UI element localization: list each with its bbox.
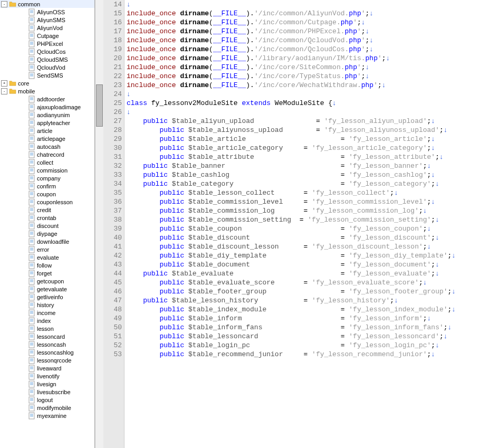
tree-file-QcloudSMS[interactable]: QcloudSMS [0, 55, 94, 63]
code-line[interactable]: include_once dirname(__FILE__).'/inc/com… [127, 18, 480, 27]
code-line[interactable]: include_once dirname(__FILE__).'/inc/com… [127, 45, 480, 54]
code-line[interactable]: public $table_footer_group = 'fy_lesson_… [127, 287, 480, 296]
code-line[interactable]: public $table_discount = 'fy_lesson_disc… [127, 233, 480, 242]
code-editor[interactable]: 1415161718192021222324252627282930313233… [103, 0, 480, 448]
expand-icon[interactable]: - [1, 1, 7, 7]
code-line[interactable]: public $table_lessoncard = 'fy_lesson_le… [127, 332, 480, 341]
tree-file-PHPExcel[interactable]: PHPExcel [0, 40, 94, 47]
code-line[interactable]: public $table_aliyun_upload = 'fy_lesson… [127, 117, 480, 126]
code-line[interactable]: include_once dirname(__FILE__).'/inc/cor… [127, 81, 480, 90]
tree-file-applyteacher[interactable]: applyteacher [0, 119, 94, 127]
tree-file-lessoncard[interactable]: lessoncard [0, 332, 94, 340]
tree-file-livesign[interactable]: livesign [0, 380, 94, 388]
code-line[interactable]: public $table_coupon = 'fy_lesson_coupon… [127, 224, 480, 233]
tree-file-lessoncashlog[interactable]: lessoncashlog [0, 348, 94, 356]
tree-file-livesubscribe[interactable]: livesubscribe [0, 388, 94, 396]
tree-file-discount[interactable]: discount [0, 222, 94, 230]
code-line[interactable]: ↓ [127, 108, 480, 117]
tree-file-aodianyunim[interactable]: aodianyunim [0, 111, 94, 119]
tree-file-history[interactable]: history [0, 301, 94, 309]
code-line[interactable]: public $table_article = 'fy_lesson_artic… [127, 135, 480, 144]
sidebar-scrollbar[interactable] [95, 0, 103, 448]
code-line[interactable]: public $table_lesson_history = 'fy_lesso… [127, 296, 480, 305]
tree-file-index[interactable]: index [0, 317, 94, 325]
code-line[interactable]: public $table_inform_fans = 'fy_lesson_i… [127, 323, 480, 332]
tree-file-evaluate[interactable]: evaluate [0, 253, 94, 261]
code-line[interactable]: public $table_banner = 'fy_lesson_banner… [127, 161, 480, 170]
tree-file-SendSMS[interactable]: SendSMS [0, 71, 94, 79]
tree-file-QcloudVod[interactable]: QcloudVod [0, 63, 94, 71]
tree-file-AliyunOSS[interactable]: AliyunOSS [0, 8, 94, 16]
code-line[interactable]: public $table_article_category = 'fy_les… [127, 144, 480, 152]
tree-file-credit[interactable]: credit [0, 206, 94, 214]
tree-file-liveaward[interactable]: liveaward [0, 364, 94, 372]
tree-file-AliyunVod[interactable]: AliyunVod [0, 24, 94, 32]
code-line[interactable]: public $table_inform = 'fy_lesson_inform… [127, 314, 480, 323]
code-line[interactable]: public $table_document = 'fy_lesson_docu… [127, 260, 480, 269]
code-line[interactable]: ↓ [127, 0, 480, 9]
code-line[interactable]: public $table_diy_template = 'fy_lesson_… [127, 251, 480, 260]
tree-file-getliveinfo[interactable]: getliveinfo [0, 293, 94, 301]
tree-file-lesson[interactable]: lesson [0, 325, 94, 332]
tree-file-autocash[interactable]: autocash [0, 142, 94, 150]
tree-file-diypage[interactable]: diypage [0, 230, 94, 237]
tree-file-collect[interactable]: collect [0, 158, 94, 166]
tree-file-coupon[interactable]: coupon [0, 190, 94, 198]
code-line[interactable]: include_once dirname(__FILE__).'/inc/com… [127, 36, 480, 45]
tree-file-getevaluate[interactable]: getevaluate [0, 285, 94, 293]
tree-file-AliyunSMS[interactable]: AliyunSMS [0, 16, 94, 24]
code-line[interactable]: public $table_cashlog = 'fy_lesson_cashl… [127, 170, 480, 179]
tree-file-livenotify[interactable]: livenotify [0, 372, 94, 380]
tree-file-forget[interactable]: forget [0, 269, 94, 277]
code-line[interactable]: class fy_lessonv2ModuleSite extends WeMo… [127, 99, 480, 108]
tree-file-income[interactable]: income [0, 309, 94, 317]
tree-file-modifymobile[interactable]: modifymobile [0, 404, 94, 412]
tree-file-crontab[interactable]: crontab [0, 214, 94, 222]
code-area[interactable]: ↓include_once dirname(__FILE__).'/inc/co… [124, 0, 480, 448]
tree-file-couponlesson[interactable]: couponlesson [0, 198, 94, 206]
tree-file-addtoorder[interactable]: addtoorder [0, 95, 94, 103]
code-line[interactable]: public $table_commission_setting = 'fy_l… [127, 215, 480, 224]
tree-file-lessoncash[interactable]: lessoncash [0, 340, 94, 348]
code-line[interactable]: public $table_attribute = 'fy_lesson_att… [127, 152, 480, 161]
code-line[interactable]: public $table_index_module = 'fy_lesson_… [127, 305, 480, 314]
tree-file-Cutpage[interactable]: Cutpage [0, 32, 94, 40]
tree-file-commission[interactable]: commission [0, 166, 94, 174]
code-line[interactable]: public $table_login_pc = 'fy_lesson_logi… [127, 341, 480, 350]
code-line[interactable]: public $table_evaluate = 'fy_lesson_eval… [127, 269, 480, 278]
code-line[interactable]: include_once dirname(__FILE__).'/library… [127, 54, 480, 63]
code-line[interactable]: public $table_recommend_junior = 'fy_les… [127, 350, 480, 359]
code-line[interactable]: public $table_aliyunoss_upload = 'fy_les… [127, 126, 480, 135]
code-line[interactable]: public $table_evaluate_score = 'fy_lesso… [127, 278, 480, 287]
tree-folder-core[interactable]: +core [0, 79, 94, 87]
tree-file-QcloudCos[interactable]: QcloudCos [0, 47, 94, 55]
tree-file-confirm[interactable]: confirm [0, 182, 94, 190]
code-line[interactable]: include_once dirname(__FILE__).'/inc/cor… [127, 63, 480, 72]
tree-file-lessonqrcode[interactable]: lessonqrcode [0, 356, 94, 364]
code-line[interactable]: public $table_commission_level = 'fy_les… [127, 197, 480, 206]
tree-file-chatrecord[interactable]: chatrecord [0, 150, 94, 158]
tree-folder-common[interactable]: -common [0, 0, 94, 8]
code-line[interactable]: ↓ [127, 90, 480, 99]
tree-file-getcoupon[interactable]: getcoupon [0, 277, 94, 285]
code-line[interactable]: include_once dirname(__FILE__).'/inc/cor… [127, 72, 480, 81]
tree-file-follow[interactable]: follow [0, 261, 94, 269]
tree-file-myexamine[interactable]: myexamine [0, 412, 94, 420]
tree-file-company[interactable]: company [0, 174, 94, 182]
tree-file-ajaxuploadimage[interactable]: ajaxuploadimage [0, 103, 94, 111]
code-line[interactable]: include_once dirname(__FILE__).'/inc/com… [127, 27, 480, 36]
tree-file-downloadfile[interactable]: downloadfile [0, 237, 94, 245]
tree-file-articlepage[interactable]: articlepage [0, 135, 94, 142]
file-tree-sidebar[interactable]: -commonAliyunOSSAliyunSMSAliyunVodCutpag… [0, 0, 95, 448]
code-line[interactable]: public $table_lesson_collect = 'fy_lesso… [127, 188, 480, 197]
code-line[interactable]: public $table_discount_lesson = 'fy_less… [127, 242, 480, 251]
tree-folder-mobile[interactable]: -mobile [0, 87, 94, 95]
tree-file-error[interactable]: error [0, 245, 94, 253]
tree-file-article[interactable]: article [0, 127, 94, 135]
expand-icon[interactable]: - [1, 88, 7, 94]
expand-icon[interactable]: + [1, 80, 7, 87]
code-line[interactable]: public $table_category = 'fy_lesson_cate… [127, 179, 480, 188]
code-line[interactable]: public $table_commission_log = 'fy_lesso… [127, 206, 480, 215]
tree-file-logout[interactable]: logout [0, 396, 94, 404]
code-line[interactable]: include_once dirname(__FILE__).'/inc/com… [127, 9, 480, 18]
